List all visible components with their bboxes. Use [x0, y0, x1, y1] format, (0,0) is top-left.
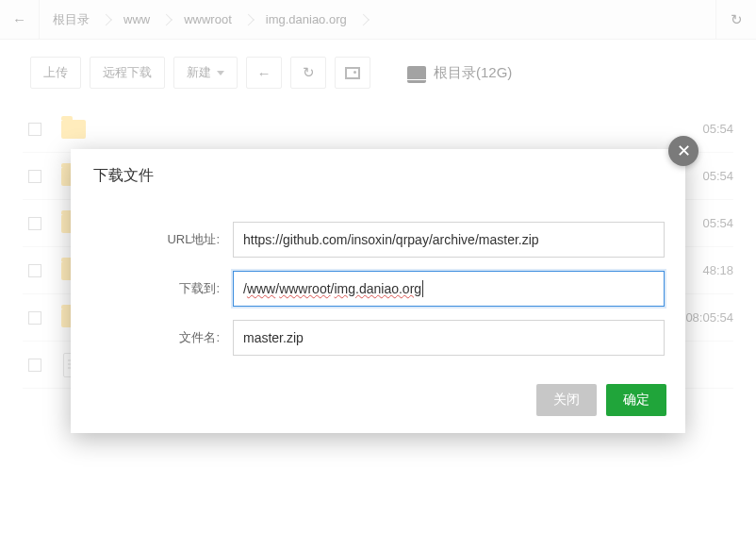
cancel-label: 关闭 [553, 392, 580, 407]
form-row-dest: 下载到: /www/wwwroot/img.daniao.org [91, 271, 665, 307]
url-label: URL地址: [91, 231, 233, 248]
close-button[interactable]: ✕ [668, 136, 698, 166]
dest-label: 下载到: [91, 280, 233, 297]
modal-title: 下载文件 [71, 149, 685, 193]
dest-value: /www/wwwroot/img.daniao.org [243, 281, 421, 296]
modal-actions: 关闭 确定 [71, 378, 685, 416]
filename-label: 文件名: [91, 329, 233, 346]
download-file-modal: ✕ 下载文件 URL地址: 下载到: /www/wwwroot/img.dani… [71, 149, 685, 433]
close-icon: ✕ [677, 141, 691, 161]
dest-input[interactable]: /www/wwwroot/img.daniao.org [233, 271, 665, 307]
url-input[interactable] [233, 222, 665, 258]
confirm-button[interactable]: 确定 [606, 384, 666, 416]
cancel-button[interactable]: 关闭 [536, 384, 597, 416]
modal-wrap: ✕ 下载文件 URL地址: 下载到: /www/wwwroot/img.dani… [0, 0, 756, 534]
confirm-label: 确定 [623, 392, 649, 407]
form-row-url: URL地址: [91, 222, 665, 258]
text-cursor [422, 280, 423, 297]
form-row-filename: 文件名: [91, 320, 665, 356]
modal-form: URL地址: 下载到: /www/wwwroot/img.daniao.org … [71, 193, 685, 378]
filename-input[interactable] [233, 320, 665, 356]
